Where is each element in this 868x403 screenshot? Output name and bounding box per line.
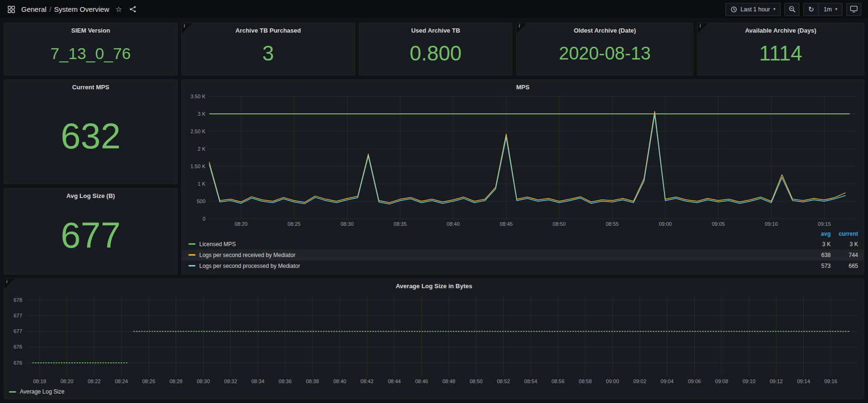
refresh-button[interactable]: ↻ xyxy=(803,3,818,16)
panel-info-icon[interactable]: i xyxy=(698,23,708,34)
svg-text:08:22: 08:22 xyxy=(88,378,101,384)
panel-title[interactable]: Archive TB Purchased xyxy=(182,23,355,36)
share-icon[interactable] xyxy=(128,5,137,14)
svg-text:3 K: 3 K xyxy=(197,111,205,117)
legend-series-name[interactable]: Logs per second received by Mediator xyxy=(199,252,295,258)
svg-text:09:15: 09:15 xyxy=(818,221,831,227)
panel-info-icon[interactable]: i xyxy=(182,23,192,34)
svg-text:08:40: 08:40 xyxy=(447,221,460,227)
panel-title[interactable]: SIEM Version xyxy=(4,23,177,36)
svg-text:08:52: 08:52 xyxy=(497,378,510,384)
legend-avg-value: 638 xyxy=(803,252,831,258)
panel-title[interactable]: Average Log Size in Bytes xyxy=(4,279,864,292)
average-log-size-chart[interactable]: 08:1808:2008:2208:2408:2608:2808:3008:32… xyxy=(4,292,864,387)
zoom-out-time-button[interactable] xyxy=(784,3,800,16)
stat-value: 7_13_0_76 xyxy=(4,36,177,75)
legend-avg-value: 3 K xyxy=(803,241,831,248)
svg-text:08:20: 08:20 xyxy=(235,221,248,227)
svg-text:09:00: 09:00 xyxy=(659,221,672,227)
svg-text:08:32: 08:32 xyxy=(224,378,238,384)
breadcrumb: General / System Overview xyxy=(21,5,109,13)
svg-text:08:58: 08:58 xyxy=(579,378,592,384)
panel-title[interactable]: Oldest Archive (Date) xyxy=(517,23,693,36)
legend-row: Logs per second processed by Mediator 57… xyxy=(182,260,864,271)
refresh-interval-picker[interactable]: 1m ▾ xyxy=(818,3,842,16)
monitor-icon xyxy=(850,6,858,13)
svg-text:676: 676 xyxy=(14,360,22,366)
refresh-icon: ↻ xyxy=(808,6,814,13)
svg-text:08:46: 08:46 xyxy=(415,378,428,384)
panel-title[interactable]: Current MPS xyxy=(4,80,177,93)
svg-text:677: 677 xyxy=(14,328,22,334)
zoom-out-icon xyxy=(789,6,796,13)
legend-column-avg[interactable]: avg xyxy=(803,231,831,237)
legend-column-current[interactable]: current xyxy=(831,231,858,237)
svg-text:09:02: 09:02 xyxy=(633,378,647,384)
breadcrumb-folder[interactable]: General xyxy=(21,5,46,13)
panel-title[interactable]: Avg Log Size (B) xyxy=(4,189,177,201)
legend-header: avg current xyxy=(182,230,864,239)
svg-text:09:00: 09:00 xyxy=(606,378,619,384)
mps-legend: avg current Licensed MPS 3 K 3 K Logs pe… xyxy=(182,230,864,274)
legend-row: Licensed MPS 3 K 3 K xyxy=(182,239,864,249)
svg-text:08:25: 08:25 xyxy=(288,221,301,227)
svg-text:08:26: 08:26 xyxy=(142,378,155,384)
stat-value: 1114 xyxy=(698,36,864,75)
svg-text:08:56: 08:56 xyxy=(552,378,565,384)
svg-text:676: 676 xyxy=(14,344,22,350)
average-log-size-panel: i Average Log Size in Bytes 08:1808:2008… xyxy=(4,278,864,399)
stat-row: SIEM Version 7_13_0_76 i Archive TB Purc… xyxy=(4,23,864,76)
svg-text:08:54: 08:54 xyxy=(524,378,537,384)
svg-text:08:48: 08:48 xyxy=(443,378,456,384)
svg-text:08:44: 08:44 xyxy=(388,378,401,384)
svg-text:08:35: 08:35 xyxy=(394,221,407,227)
stat-value: 677 xyxy=(4,201,177,274)
svg-text:0: 0 xyxy=(203,216,205,222)
svg-text:08:24: 08:24 xyxy=(115,378,128,384)
svg-text:1 K: 1 K xyxy=(197,181,205,187)
panel-title[interactable]: Used Archive TB xyxy=(359,23,512,36)
stat-value: 632 xyxy=(4,93,177,184)
svg-text:677: 677 xyxy=(14,313,22,318)
panel-title[interactable]: Available Archive (Days) xyxy=(698,23,864,36)
legend-current-value: 665 xyxy=(831,263,858,269)
stat-value: 0.800 xyxy=(359,36,512,75)
stat-panel-available-archive-days: i Available Archive (Days) 1114 xyxy=(697,23,864,76)
svg-text:08:28: 08:28 xyxy=(170,378,183,384)
svg-text:08:55: 08:55 xyxy=(606,221,619,227)
svg-text:500: 500 xyxy=(197,198,205,204)
panel-title[interactable]: MPS xyxy=(182,80,864,93)
svg-text:1.50 K: 1.50 K xyxy=(190,163,205,169)
series-color-swatch xyxy=(188,254,196,256)
mps-time-series-chart[interactable]: 08:2008:2508:3008:3508:4008:4508:5008:55… xyxy=(182,93,864,230)
panel-info-icon[interactable]: i xyxy=(517,23,527,34)
time-range-picker[interactable]: Last 1 hour ▾ xyxy=(725,3,781,16)
legend-row: Logs per second received by Mediator 638… xyxy=(182,249,864,260)
legend-series-name[interactable]: Licensed MPS xyxy=(199,241,236,248)
svg-text:2 K: 2 K xyxy=(197,146,205,152)
panel-info-icon[interactable]: i xyxy=(4,279,15,289)
legend-series-name[interactable]: Average Log Size xyxy=(20,388,65,395)
svg-text:2.50 K: 2.50 K xyxy=(190,129,205,134)
chevron-down-icon: ▾ xyxy=(835,7,837,11)
mps-panel: MPS 08:2008:2508:3008:3508:4008:4508:500… xyxy=(181,79,864,274)
clock-icon xyxy=(731,6,737,13)
stat-panel-siem-version: SIEM Version 7_13_0_76 xyxy=(4,23,178,76)
dashboards-grid-icon[interactable] xyxy=(7,5,16,14)
svg-text:09:08: 09:08 xyxy=(715,378,728,384)
legend-series-name[interactable]: Logs per second processed by Mediator xyxy=(199,263,300,269)
svg-text:08:30: 08:30 xyxy=(197,378,210,384)
legend-current-value: 744 xyxy=(831,252,858,258)
svg-text:09:05: 09:05 xyxy=(712,221,725,227)
svg-text:08:18: 08:18 xyxy=(33,378,46,384)
breadcrumb-dashboard[interactable]: System Overview xyxy=(54,5,110,13)
stat-panel-oldest-archive-date: i Oldest Archive (Date) 2020-08-13 xyxy=(516,23,693,76)
star-icon[interactable]: ☆ xyxy=(114,5,123,14)
svg-text:09:12: 09:12 xyxy=(770,378,783,384)
top-navigation-bar: General / System Overview ☆ Last 1 hour … xyxy=(0,0,868,19)
series-color-swatch xyxy=(188,243,196,245)
svg-text:09:04: 09:04 xyxy=(661,378,674,384)
stat-panel-avg-log-size: Avg Log Size (B) 677 xyxy=(4,188,178,274)
cycle-view-mode-button[interactable] xyxy=(846,3,861,16)
series-color-swatch xyxy=(188,265,196,266)
